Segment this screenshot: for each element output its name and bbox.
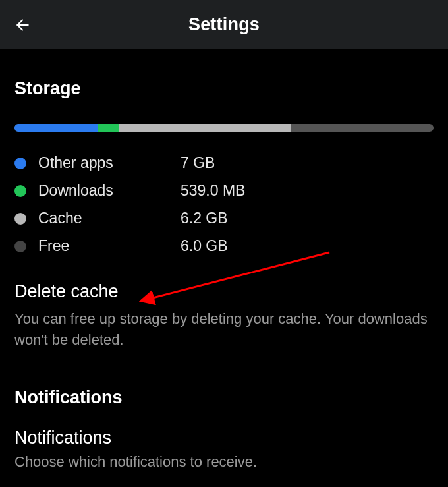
- dot-icon: [14, 241, 26, 252]
- legend-label: Cache: [38, 210, 181, 227]
- content: Storage Other apps 7 GB Downloads 539.0 …: [0, 78, 448, 471]
- storage-usage-bar: [14, 124, 434, 132]
- legend-value: 7 GB: [181, 154, 215, 172]
- usage-segment-downloads: [98, 124, 119, 132]
- legend-label: Other apps: [38, 154, 181, 172]
- legend-label: Free: [38, 237, 181, 255]
- arrow-left-icon: [14, 16, 31, 34]
- dot-icon: [14, 158, 26, 169]
- notifications-item-title: Notifications: [14, 428, 434, 448]
- notifications-item[interactable]: Notifications Choose which notifications…: [14, 428, 434, 471]
- usage-segment-free: [291, 124, 434, 132]
- legend-row-cache: Cache 6.2 GB: [14, 210, 434, 227]
- notifications-heading: Notifications: [14, 387, 434, 408]
- storage-heading: Storage: [14, 78, 434, 99]
- storage-legend: Other apps 7 GB Downloads 539.0 MB Cache…: [14, 154, 434, 255]
- back-button[interactable]: [12, 14, 33, 36]
- app-header: Settings: [0, 0, 448, 49]
- delete-cache-item[interactable]: Delete cache You can free up storage by …: [14, 281, 434, 351]
- legend-value: 6.0 GB: [181, 237, 228, 255]
- notifications-item-description: Choose which notifications to receive.: [14, 453, 434, 471]
- legend-row-downloads: Downloads 539.0 MB: [14, 182, 434, 200]
- legend-label: Downloads: [38, 182, 181, 200]
- page-title: Settings: [0, 14, 448, 35]
- legend-row-other-apps: Other apps 7 GB: [14, 154, 434, 172]
- dot-icon: [14, 213, 26, 225]
- legend-value: 539.0 MB: [181, 182, 245, 200]
- dot-icon: [14, 185, 26, 197]
- legend-row-free: Free 6.0 GB: [14, 237, 434, 255]
- usage-segment-other-apps: [14, 124, 98, 132]
- delete-cache-description: You can free up storage by deleting your…: [14, 308, 434, 351]
- usage-segment-cache: [119, 124, 291, 132]
- delete-cache-title: Delete cache: [14, 281, 434, 302]
- legend-value: 6.2 GB: [181, 210, 228, 227]
